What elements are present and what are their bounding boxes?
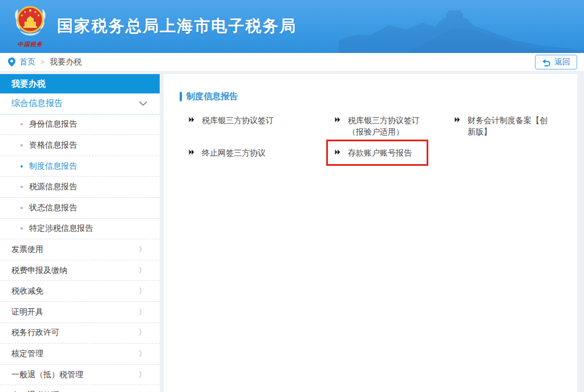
sidebar-item-label: 一般退（抵）税管理 — [11, 370, 83, 380]
sidebar-item-specific-tax-info-report[interactable]: 特定涉税信息报告 — [0, 219, 160, 240]
section-title: 制度信息报告 — [186, 91, 238, 102]
content-link-label: 存款账户账号报告 — [348, 147, 412, 158]
double-right-arrow-icon — [189, 117, 194, 122]
sidebar-item-tax-declaration-payment[interactable]: 税费申报及缴纳 〉 — [0, 260, 160, 281]
sidebar-item-tax-reduction[interactable]: 税收减免 〉 — [0, 281, 160, 302]
content-link-accounting-system-filing[interactable]: 财务会计制度备案【创新版】 — [446, 107, 560, 145]
sidebar-item-label: 状态信息报告 — [29, 203, 77, 213]
sidebar-item-assessment-management[interactable]: 核定管理 〉 — [0, 344, 160, 365]
content-link-label: 财务会计制度备案【创新版】 — [468, 115, 551, 137]
sidebar-item-label: 税源信息报告 — [29, 182, 77, 192]
bullet-dot-icon — [21, 123, 23, 125]
section-header: 制度信息报告 — [180, 91, 577, 102]
content-link-deposit-account-report[interactable]: 存款账户账号报告 — [326, 140, 428, 166]
breadcrumb-home-link[interactable]: 首页 — [19, 57, 35, 67]
sidebar-item-general-tax-refund-management[interactable]: 一般退（抵）税管理 〉 — [0, 365, 160, 386]
sidebar-item-certificate-issuance[interactable]: 证明开具 〉 — [0, 302, 160, 323]
chevron-right-icon: 〉 — [139, 349, 146, 359]
section-accent-bar — [180, 92, 182, 101]
great-wall-decoration — [339, 0, 584, 53]
bullet-dot-icon — [21, 165, 23, 168]
site-title: 国家税务总局上海市电子税务局 — [57, 15, 297, 37]
back-button-label: 返回 — [554, 57, 570, 67]
sidebar-item-label: 税收减免 — [11, 286, 43, 296]
chevron-right-icon: 〉 — [139, 328, 146, 338]
double-right-arrow-icon — [335, 117, 340, 122]
sidebar-group-comprehensive-info-report[interactable]: 综合信息报告 — [0, 93, 160, 115]
chevron-right-icon: 〉 — [139, 286, 146, 296]
sidebar-item-label: 身份信息报告 — [29, 119, 77, 129]
chevron-right-icon: 〉 — [139, 307, 146, 317]
content-link-terminate-online-tripartite-agreement[interactable]: 终止网签三方协议 — [180, 140, 274, 166]
sidebar-item-qualification-info-report[interactable]: 资格信息报告 — [0, 135, 160, 156]
sidebar-title: 我要办税 — [0, 74, 160, 93]
content-link-label: 税库银三方协议签订（报验户适用） — [348, 115, 432, 137]
sidebar-item-status-info-report[interactable]: 状态信息报告 — [0, 198, 160, 219]
location-pin-icon — [8, 58, 15, 67]
logo-caption: 中国税务 — [10, 40, 50, 48]
sidebar-item-identity-info-report[interactable]: 身份信息报告 — [0, 115, 160, 136]
breadcrumb-current: 我要办税 — [50, 57, 82, 67]
sidebar-item-label: 证明开具 — [11, 307, 43, 317]
sidebar-item-label: 特定涉税信息报告 — [29, 223, 93, 234]
sidebar-item-label: 资格信息报告 — [29, 140, 77, 150]
double-right-arrow-icon — [335, 149, 340, 155]
sidebar-item-tax-administrative-license[interactable]: 税务行政许可 〉 — [0, 323, 160, 344]
breadcrumb: 首页 > 我要办税 返回 — [0, 53, 584, 72]
china-tax-emblem-icon — [12, 3, 48, 38]
sidebar-item-tax-source-info-report[interactable]: 税源信息报告 — [0, 177, 160, 198]
return-arrow-icon — [542, 58, 551, 67]
tax-bureau-logo: 中国税务 — [10, 3, 50, 48]
sidebar-item-label: 税费申报及缴纳 — [11, 266, 67, 276]
breadcrumb-separator: > — [40, 58, 44, 66]
content-link-label: 终止网签三方协议 — [202, 147, 266, 158]
double-right-arrow-icon — [189, 149, 194, 155]
content-link-tripartite-agreement-signing[interactable]: 税库银三方协议签订 — [180, 107, 282, 133]
content-link-label: 税库银三方协议签订 — [202, 115, 274, 126]
sidebar-item-invoice-use[interactable]: 发票使用 〉 — [0, 239, 160, 260]
bullet-dot-icon — [21, 186, 23, 188]
chevron-right-icon: 〉 — [139, 244, 146, 255]
chevron-right-icon: 〉 — [139, 266, 146, 276]
sidebar-item-label: 税务行政许可 — [11, 328, 59, 338]
sidebar-item-export-tax-refund-management[interactable]: 出口退税管理 〉 — [0, 385, 160, 392]
sidebar-item-label: 制度信息报告 — [29, 161, 77, 172]
links-grid: 税库银三方协议签订 税库银三方协议签订（报验户适用） 财务会计制度备案【创新版】… — [189, 115, 577, 158]
content-panel: 制度信息报告 税库银三方协议签订 税库银三方协议签订（报验户适用） 财务会计制度… — [164, 74, 577, 392]
sidebar-item-label: 核定管理 — [11, 349, 43, 359]
back-button[interactable]: 返回 — [535, 55, 577, 70]
sidebar-group-label: 综合信息报告 — [11, 98, 63, 109]
bullet-dot-icon — [21, 227, 23, 230]
sidebar-item-label: 发票使用 — [11, 244, 43, 255]
chevron-right-icon: 〉 — [139, 370, 146, 380]
site-header: 中国税务 国家税务总局上海市电子税务局 — [0, 0, 584, 53]
sidebar-nav: 我要办税 综合信息报告 身份信息报告 资格信息报告 制度信息报告 税源信息报告 … — [0, 74, 160, 392]
bullet-dot-icon — [21, 207, 23, 209]
sidebar-item-system-info-report[interactable]: 制度信息报告 — [0, 156, 160, 177]
chevron-down-icon — [139, 101, 147, 106]
bullet-dot-icon — [21, 144, 23, 146]
double-right-arrow-icon — [455, 117, 460, 122]
